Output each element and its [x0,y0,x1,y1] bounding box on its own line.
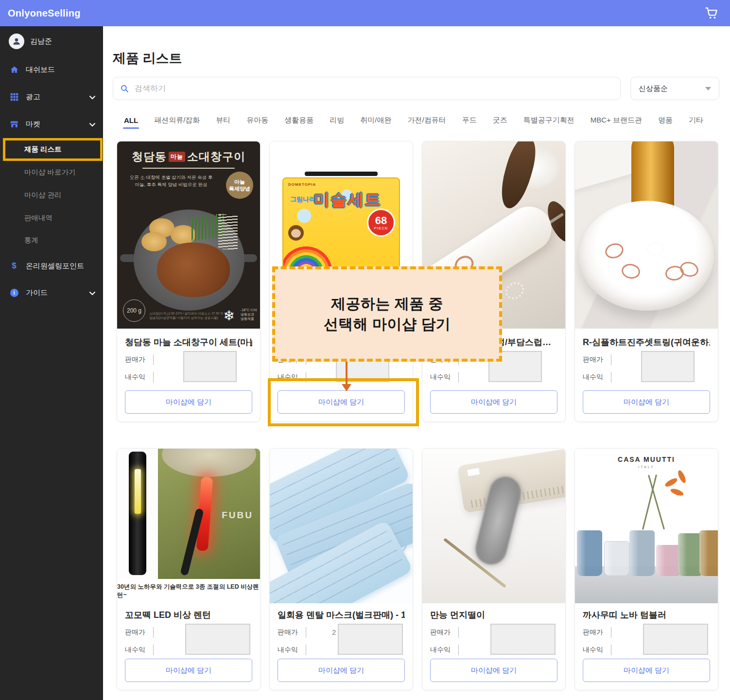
add-to-myshop-button[interactable]: 마이샵에 담기 [125,659,252,682]
poster-title: 미술세트 [313,189,382,211]
weight-label: 200 g [123,299,145,322]
product-image[interactable]: FUBU 30년의 노하우와 기술력으로 3종 조절의 LED 비상렌턴~ [117,449,260,603]
add-to-myshop-button[interactable]: 마이샵에 담기 [430,390,557,414]
sidebar-subitem-sales-history[interactable]: 판매내역 [0,208,103,228]
price-label: 판매가 [430,628,452,637]
product-meta: 판매가 내수익 [583,351,710,387]
brand-logo[interactable]: OnlyoneSelling [8,8,81,19]
chevron-down-icon [89,93,95,101]
product-image[interactable]: 청담동마늘소대창구이 오픈 소 대창에 초벌 삶기와 저온 숙성 후 마늘, 후… [117,141,260,329]
divider [611,627,611,638]
product-meta: 판매가 내수익 2 [278,624,405,660]
seal-badge: 마늘 [169,152,185,162]
cart-icon[interactable] [705,6,718,20]
poster-title: 청담동마늘소대창구이 [117,149,260,164]
sidebar-subitem-myshop-manage[interactable]: 마이샵 관리 [0,185,103,205]
profit-label: 내수익 [583,373,605,382]
sidebar-item-label: 마이샵 바로가기 [24,168,76,177]
product-card: 만능 먼지떨이 판매가 내수익 마이샵에 담기 [422,448,566,690]
divider [153,372,154,383]
sidebar-item-dashboard[interactable]: 대쉬보드 [0,60,103,79]
sort-selected-value: 신상품순 [639,84,668,93]
sort-dropdown[interactable]: 신상품순 [630,77,719,100]
add-to-myshop-button[interactable]: 마이샵에 담기 [278,659,405,682]
tumbler-art [604,541,629,576]
price-label: 판매가 [583,628,605,637]
product-image[interactable]: CASA MUUTTI ITALY [575,449,718,603]
flower-stem-art [642,474,657,529]
main-content: 제품 리스트 신상품순 ALL 패션의류/잡화 뷰티 유아동 생활용품 리빙 취… [103,26,730,700]
tab-kids[interactable]: 유아동 [246,116,268,125]
category-tabs: ALL 패션의류/잡화 뷰티 유아동 생활용품 리빙 취미/애완 가전/컴퓨터 … [124,113,703,127]
partial-price-digit: 2 [332,629,336,636]
add-to-myshop-button[interactable]: 마이샵에 담기 [430,659,557,682]
info-icon: i [9,287,19,298]
annotation-arrow [346,362,348,385]
annotation-callout: 제공하는 제품 중 선택해 마이샵 담기 [272,266,502,362]
store-icon [9,119,19,129]
poster-brand: CASA MUUTTI [575,455,718,463]
search-input[interactable] [134,84,613,93]
tab-all[interactable]: ALL [124,116,138,124]
grid-icon [9,91,19,102]
product-image[interactable] [270,449,413,603]
hidden-price-box [490,624,556,655]
product-title: 일회용 덴탈 마스크(벌크판매) - 1박스(2… [278,609,405,620]
tab-goods[interactable]: 굿즈 [493,116,507,125]
product-meta: 판매가 내수익 [430,624,557,660]
divider [458,627,459,638]
poster-tagline: 오픈 소 대창에 초벌 삶기와 저온 숙성 후 마늘, 후추 특제 양념 비법으… [117,174,225,188]
tab-etc[interactable]: 기타 [689,116,703,125]
tab-hobby-pet[interactable]: 취미/애완 [360,116,391,125]
tab-electronics[interactable]: 가전/컴퓨터 [408,116,446,125]
hidden-price-box [338,624,403,655]
product-title: 만능 먼지떨이 [430,609,557,620]
sidebar-subitem-stats[interactable]: 통계 [0,230,103,250]
garlic-disk-art [141,232,167,251]
product-card: FUBU 30년의 노하우와 기술력으로 3종 조절의 LED 비상렌턴~ 꼬모… [117,448,261,690]
user-profile[interactable]: 김남준 [0,30,103,52]
tab-mbc-brand[interactable]: MBC+ 브랜드관 [591,116,642,125]
sidebar-item-ads[interactable]: 광고 [0,87,103,106]
hidden-price-box [185,624,250,655]
tab-beauty[interactable]: 뷰티 [216,116,230,125]
tab-daily-goods[interactable]: 생활용품 [284,116,313,125]
product-title: 청담동 마늘 소대창구이 세트(마늘양… [125,336,252,347]
sidebar-item-points[interactable]: $ 온리원셀링포인트 [0,256,103,276]
pearl-ring-art [646,242,664,256]
tab-special[interactable]: 특별공구기획전 [523,116,574,125]
tab-food[interactable]: 푸드 [462,116,477,125]
backpack-panel: FUBU [158,449,260,579]
sidebar-item-market[interactable]: 마켓 [0,114,103,134]
product-card: 일회용 덴탈 마스크(벌크판매) - 1박스(2… 판매가 내수익 2 마이샵에… [269,448,413,690]
divider [153,354,154,365]
product-image[interactable] [575,141,718,329]
divider [142,168,235,169]
divider [153,645,154,655]
product-title: R-심플하트진주셋트링(귀여운하트반… [583,336,710,347]
tab-luxury[interactable]: 명품 [658,116,673,125]
sidebar-item-guide[interactable]: i 가이드 [0,283,103,302]
sidebar-highlight-box [3,138,103,161]
annotation-text: 선택해 마이샵 담기 [324,314,451,334]
tab-living[interactable]: 리빙 [330,116,344,125]
divider [153,627,154,638]
frozen-label: -18°C 이하 냉동보관 냉동제품 [241,308,257,321]
sidebar-item-label: 대쉬보드 [26,65,55,74]
sidebar-subitem-myshop-link[interactable]: 마이샵 바로가기 [0,162,103,182]
topbar: OnlyoneSelling [0,0,730,26]
add-to-myshop-button[interactable]: 마이샵에 담기 [125,390,252,414]
product-image[interactable] [422,449,565,603]
product-meta: 판매가 내수익 [583,624,710,660]
hidden-price-box [183,351,237,382]
tab-fashion[interactable]: 패션의류/잡화 [154,116,200,125]
penlight-panel [117,449,158,579]
search-box[interactable] [113,77,621,100]
caret-down-icon [705,87,711,90]
price-label: 판매가 [125,355,147,364]
add-to-myshop-button[interactable]: 마이샵에 담기 [583,659,710,682]
price-label: 판매가 [278,628,300,637]
add-to-myshop-button[interactable]: 마이샵에 담기 [583,390,710,414]
backpack-hood-art [162,449,256,477]
sidebar-item-label: 통계 [24,236,38,245]
